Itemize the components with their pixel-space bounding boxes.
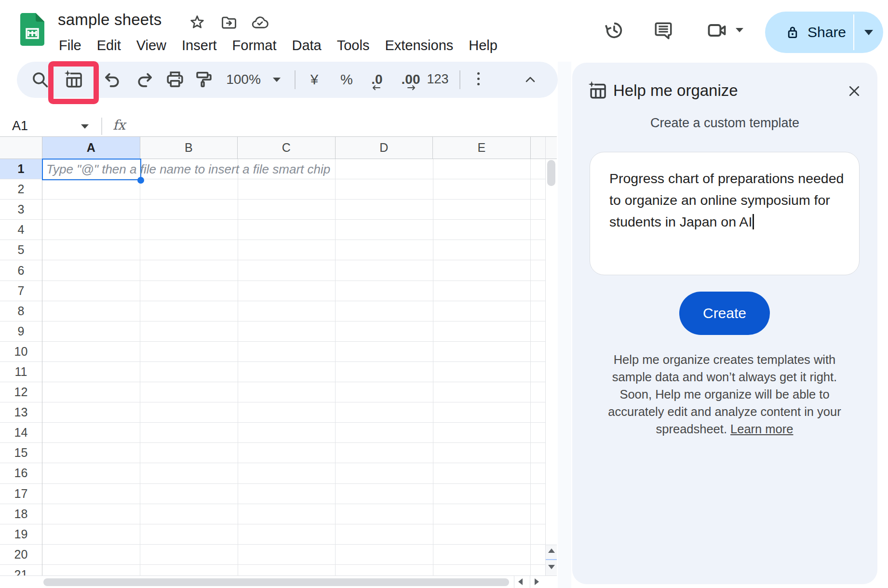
menu-item-tools[interactable]: Tools: [329, 36, 377, 55]
google-sheets-app: sample sheets FileEditViewInsertFormatDa…: [0, 0, 888, 588]
collapse-toolbar-icon[interactable]: [522, 74, 539, 85]
column-headers: ABCDE: [42, 137, 531, 159]
history-icon[interactable]: [603, 19, 625, 41]
column-header-e[interactable]: E: [433, 137, 531, 159]
grid-panel-gap: [558, 62, 571, 588]
share-button[interactable]: Share: [765, 24, 853, 40]
row-header-2[interactable]: 2: [0, 179, 42, 200]
scroll-down-icon[interactable]: [548, 565, 555, 569]
row-header-13[interactable]: 13: [0, 402, 42, 423]
learn-more-link[interactable]: Learn more: [730, 422, 793, 436]
sheet-grid[interactable]: [42, 159, 545, 575]
undo-icon[interactable]: [102, 69, 123, 90]
row-header-17[interactable]: 17: [0, 484, 42, 504]
help-me-organize-icon: [587, 80, 608, 101]
row-header-11[interactable]: 11: [0, 362, 42, 382]
toolbar-divider: [295, 70, 296, 89]
row-header-12[interactable]: 12: [0, 382, 42, 402]
cloud-saved-icon[interactable]: [251, 13, 269, 32]
column-header-a[interactable]: A: [42, 137, 140, 159]
video-call-icon[interactable]: [706, 19, 728, 41]
menu-item-insert[interactable]: Insert: [174, 36, 225, 55]
share-button-group: Share: [765, 12, 883, 53]
decrease-decimal-arrow-icon: [371, 85, 381, 91]
print-icon[interactable]: [164, 69, 186, 90]
menu-item-help[interactable]: Help: [461, 36, 505, 55]
scroll-left-icon[interactable]: [518, 578, 523, 585]
star-icon[interactable]: [188, 13, 206, 32]
vertical-scrollbar-cap: [546, 137, 557, 159]
move-folder-icon[interactable]: [220, 13, 238, 32]
scrollbar-divider: [530, 575, 530, 588]
row-header-19[interactable]: 19: [0, 524, 42, 545]
name-box[interactable]: A1: [12, 119, 28, 134]
vertical-scrollbar-thumb[interactable]: [547, 160, 555, 186]
more-toolbar-icon[interactable]: [477, 72, 480, 85]
search-icon[interactable]: [29, 69, 51, 90]
row-header-10[interactable]: 10: [0, 342, 42, 362]
row-header-15[interactable]: 15: [0, 443, 42, 463]
percent-format-button[interactable]: %: [337, 72, 356, 88]
document-title[interactable]: sample sheets: [58, 11, 161, 29]
scroll-up-icon[interactable]: [548, 548, 555, 553]
column-header-partial[interactable]: [531, 137, 545, 159]
video-call-caret-icon[interactable]: [736, 28, 743, 32]
menu-item-edit[interactable]: Edit: [89, 36, 129, 55]
menu-item-view[interactable]: View: [129, 36, 174, 55]
zoom-caret-icon[interactable]: [273, 78, 281, 82]
row-header-18[interactable]: 18: [0, 504, 42, 524]
cell-placeholder-text: Type "@" then a file name to insert a fi…: [46, 162, 330, 177]
column-header-d[interactable]: D: [336, 137, 433, 159]
share-dropdown-button[interactable]: [854, 30, 883, 35]
prompt-textarea[interactable]: Progress chart of preparations needed to…: [590, 152, 860, 275]
row-header-3[interactable]: 3: [0, 200, 42, 220]
close-icon[interactable]: [846, 83, 862, 99]
horizontal-scrollbar-thumb[interactable]: [43, 578, 509, 586]
vertical-scrollbar[interactable]: [545, 137, 557, 575]
row-header-20[interactable]: 20: [0, 545, 42, 565]
sheets-logo[interactable]: [20, 13, 44, 46]
column-header-b[interactable]: B: [140, 137, 238, 159]
currency-format-button[interactable]: ¥: [305, 72, 324, 88]
row-header-1[interactable]: 1: [0, 159, 42, 179]
formula-bar-divider: [101, 118, 102, 135]
formula-input[interactable]: [135, 119, 545, 135]
fill-handle[interactable]: [137, 177, 144, 184]
create-button[interactable]: Create: [679, 292, 770, 335]
panel-title: Help me organize: [613, 81, 738, 100]
row-header-14[interactable]: 14: [0, 423, 42, 443]
comment-icon[interactable]: [652, 19, 674, 41]
panel-disclaimer: Help me organize creates templates with …: [597, 351, 852, 438]
menu-item-data[interactable]: Data: [284, 36, 329, 55]
red-highlight-annotation: [48, 61, 99, 104]
select-all-corner[interactable]: [0, 137, 42, 159]
row-header-5[interactable]: 5: [0, 240, 42, 260]
create-button-label: Create: [703, 305, 746, 321]
fx-icon: fx: [113, 117, 125, 133]
row-header-16[interactable]: 16: [0, 463, 42, 483]
menu-item-extensions[interactable]: Extensions: [377, 36, 461, 55]
menu-item-file[interactable]: File: [51, 36, 89, 55]
scroll-right-icon[interactable]: [535, 578, 539, 585]
row-header-4[interactable]: 4: [0, 220, 42, 240]
scroll-indicator: [546, 559, 557, 560]
column-header-c[interactable]: C: [238, 137, 336, 159]
redo-icon[interactable]: [134, 69, 155, 90]
zoom-select[interactable]: 100%: [223, 72, 264, 87]
toolbar-divider: [459, 70, 460, 89]
row-header-9[interactable]: 9: [0, 321, 42, 342]
increase-decimal-arrow-icon: [407, 85, 417, 91]
paint-format-icon[interactable]: [193, 69, 215, 90]
menu-bar: FileEditViewInsertFormatDataToolsExtensi…: [51, 36, 505, 55]
row-header-21[interactable]: 21: [0, 565, 42, 575]
row-headers: 123456789101112131415161718192021: [0, 159, 42, 575]
lock-icon: [784, 24, 801, 40]
row-header-8[interactable]: 8: [0, 301, 42, 321]
share-label: Share: [807, 24, 846, 40]
name-box-caret-icon[interactable]: [81, 124, 89, 129]
panel-subtitle: Create a custom template: [572, 116, 877, 131]
menu-item-format[interactable]: Format: [225, 36, 284, 55]
row-header-6[interactable]: 6: [0, 260, 42, 281]
more-formats-button[interactable]: 123: [426, 72, 449, 87]
row-header-7[interactable]: 7: [0, 281, 42, 301]
